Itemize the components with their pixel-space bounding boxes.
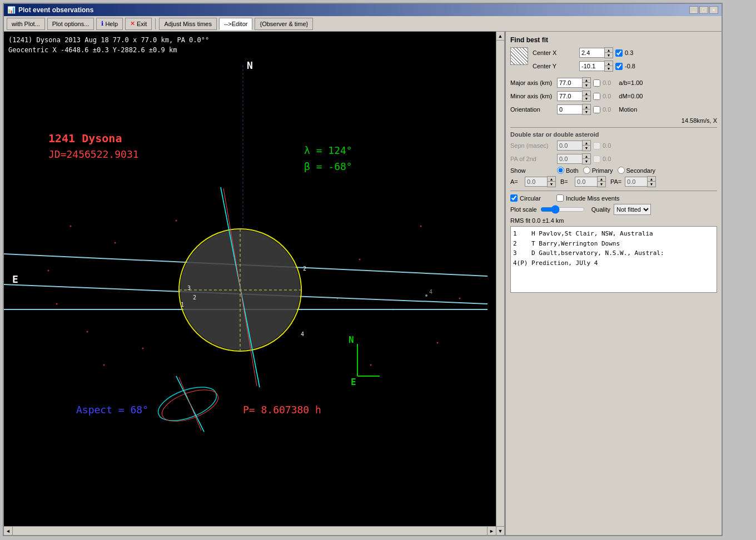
exit-button[interactable]: ✕ Exit bbox=[125, 18, 152, 30]
center-x-input[interactable] bbox=[579, 48, 604, 58]
svg-point-4 bbox=[87, 331, 88, 333]
pa2nd-row: PA of 2nd ▲ ▼ 0.0 bbox=[510, 153, 717, 164]
include-miss-checkbox-label[interactable]: Include Miss events bbox=[556, 194, 620, 202]
major-axis-up[interactable]: ▲ bbox=[583, 78, 590, 83]
plot-options-button[interactable]: Plot options... bbox=[47, 18, 94, 30]
sepn-down[interactable]: ▼ bbox=[583, 146, 590, 151]
pa-up[interactable]: ▲ bbox=[648, 177, 655, 182]
abc-row: A= ▲ ▼ B= ▲ ▼ PA= bbox=[510, 176, 717, 187]
minor-axis-spinbox[interactable]: ▲ ▼ bbox=[557, 91, 591, 102]
close-btn[interactable]: × bbox=[709, 6, 718, 14]
scroll-right-btn[interactable]: ► bbox=[487, 527, 496, 535]
help-button[interactable]: ℹ Help bbox=[96, 18, 123, 30]
orientation-up[interactable]: ▲ bbox=[583, 104, 590, 109]
center-x-down[interactable]: ▼ bbox=[605, 53, 613, 58]
minimize-btn[interactable]: _ bbox=[689, 6, 698, 14]
center-x-row: Center X ▲ ▼ 0.3 bbox=[533, 47, 635, 58]
include-miss-checkbox[interactable] bbox=[556, 194, 564, 202]
show-both-radio[interactable]: Both bbox=[557, 167, 579, 174]
plot-hscrollbar[interactable]: ◄ ► bbox=[4, 526, 496, 535]
pa2nd-label: PA of 2nd bbox=[510, 156, 555, 162]
center-y-down[interactable]: ▼ bbox=[605, 66, 613, 71]
pa2nd-down[interactable]: ▼ bbox=[583, 159, 590, 164]
orientation-spinbox[interactable]: ▲ ▼ bbox=[557, 104, 591, 115]
pa2nd-checkbox bbox=[593, 156, 600, 163]
minor-axis-down[interactable]: ▼ bbox=[583, 96, 590, 101]
b-label: B= bbox=[560, 178, 573, 185]
orientation-val2: 0.0 bbox=[603, 106, 611, 113]
circular-label: Circular bbox=[520, 195, 541, 202]
orientation-input[interactable] bbox=[557, 104, 582, 114]
center-x-label: Center X bbox=[533, 49, 577, 56]
b-input[interactable] bbox=[575, 177, 597, 187]
center-y-row: Center Y ▲ ▼ -0.8 bbox=[533, 61, 635, 72]
sepn-spinbox[interactable]: ▲ ▼ bbox=[557, 140, 591, 151]
center-y-checkbox[interactable] bbox=[615, 63, 623, 70]
exit-icon: ✕ bbox=[130, 20, 135, 27]
svg-text:E: E bbox=[351, 377, 356, 387]
pa2nd-up[interactable]: ▲ bbox=[583, 154, 590, 159]
maximize-btn[interactable]: □ bbox=[699, 6, 708, 14]
minor-axis-checkbox[interactable] bbox=[593, 93, 600, 100]
scroll-left-btn[interactable]: ◄ bbox=[4, 527, 13, 535]
circular-checkbox[interactable] bbox=[510, 194, 518, 202]
plot-area: (1241) Dysona 2013 Aug 18 77.0 x 77.0 km… bbox=[4, 32, 496, 535]
pa-label: PA= bbox=[610, 178, 623, 185]
motion-value: 14.58km/s, X bbox=[510, 117, 717, 124]
pa-input[interactable] bbox=[625, 177, 647, 187]
b-up[interactable]: ▲ bbox=[598, 177, 605, 182]
major-axis-checkbox[interactable] bbox=[593, 79, 600, 87]
show-primary-radio[interactable]: Primary bbox=[583, 167, 613, 174]
center-y-spinbox[interactable]: ▲ ▼ bbox=[579, 61, 613, 72]
show-secondary-radio[interactable]: Secondary bbox=[618, 167, 656, 174]
quality-select[interactable]: Not fitted bbox=[614, 204, 651, 215]
with-plot-button[interactable]: with Plot... bbox=[7, 18, 45, 30]
circular-checkbox-label[interactable]: Circular bbox=[510, 194, 541, 202]
plot-scale-row: Plot scale Quality Not fitted bbox=[510, 204, 717, 215]
plot-scale-slider[interactable] bbox=[540, 205, 585, 214]
plot-scrollbar[interactable]: ▲ ▼ bbox=[496, 32, 505, 535]
svg-point-14 bbox=[370, 364, 372, 366]
b-down[interactable]: ▼ bbox=[598, 182, 605, 187]
center-x-spinbox[interactable]: ▲ ▼ bbox=[579, 47, 613, 58]
major-axis-input[interactable] bbox=[557, 78, 582, 88]
scroll-up-btn[interactable]: ▲ bbox=[496, 32, 504, 41]
pa-spinbox[interactable]: ▲ ▼ bbox=[625, 176, 656, 187]
orientation-down[interactable]: ▼ bbox=[583, 109, 590, 114]
double-star-title: Double star or double asteroid bbox=[510, 131, 717, 138]
center-y-up[interactable]: ▲ bbox=[605, 61, 613, 66]
a-spinbox[interactable]: ▲ ▼ bbox=[525, 176, 556, 187]
a-down[interactable]: ▼ bbox=[548, 182, 555, 187]
minor-axis-val2: 0.0 bbox=[603, 93, 611, 99]
quality-label: Quality bbox=[591, 206, 610, 213]
minor-axis-input[interactable] bbox=[557, 91, 582, 101]
scroll-down-btn[interactable]: ▼ bbox=[496, 526, 504, 535]
major-axis-down[interactable]: ▼ bbox=[583, 83, 590, 88]
pa2nd-spinbox[interactable]: ▲ ▼ bbox=[557, 153, 591, 164]
orientation-checkbox[interactable] bbox=[593, 106, 600, 113]
sepn-input[interactable] bbox=[557, 141, 582, 151]
pa-down[interactable]: ▼ bbox=[648, 182, 655, 187]
sepn-label: Sepn (masec) bbox=[510, 142, 555, 149]
pa2nd-input[interactable] bbox=[557, 154, 582, 164]
b-spinbox[interactable]: ▲ ▼ bbox=[575, 176, 606, 187]
svg-point-9 bbox=[359, 259, 361, 261]
center-x-up[interactable]: ▲ bbox=[605, 48, 613, 53]
sepn-row: Sepn (masec) ▲ ▼ 0.0 bbox=[510, 140, 717, 151]
options-row: Circular Include Miss events bbox=[510, 194, 717, 202]
observer-time-button[interactable]: {Observer & time} bbox=[255, 18, 313, 30]
major-axis-val2: 0.0 bbox=[603, 79, 611, 86]
center-y-input[interactable] bbox=[579, 61, 604, 71]
minor-axis-up[interactable]: ▲ bbox=[583, 91, 590, 96]
a-input[interactable] bbox=[525, 177, 547, 187]
major-axis-spinbox[interactable]: ▲ ▼ bbox=[557, 77, 591, 88]
a-up[interactable]: ▲ bbox=[548, 177, 555, 182]
sepn-val2: 0.0 bbox=[603, 142, 611, 149]
motion-label: Motion bbox=[619, 106, 637, 113]
svg-text:1: 1 bbox=[181, 302, 184, 308]
sepn-up[interactable]: ▲ bbox=[583, 141, 590, 146]
center-x-checkbox[interactable] bbox=[615, 49, 623, 57]
svg-point-5 bbox=[103, 364, 105, 366]
adjust-miss-button[interactable]: Adjust Miss times bbox=[159, 18, 217, 30]
editor-button[interactable]: -->Editor bbox=[219, 18, 253, 30]
